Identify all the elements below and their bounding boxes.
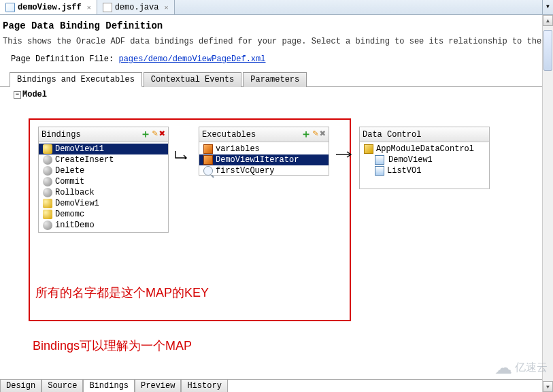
list-item-label: firstVcQuery — [216, 166, 274, 176]
list-item-label: ListVO1 — [387, 166, 421, 176]
file-tab-label: demo.java — [115, 3, 159, 12]
datacontrol-icon — [364, 144, 373, 154]
datacontrol-panel: Data Control AppModuleDataControl DemoVi… — [359, 127, 490, 189]
file-tab-demoview[interactable]: demoView.jsff ✕ — [0, 0, 97, 14]
variables-icon — [203, 144, 213, 154]
pagedef-link[interactable]: pages/demo/demoViewPageDef.xml — [118, 54, 265, 64]
tab-parameters[interactable]: Parameters — [243, 72, 307, 87]
list-item[interactable]: variables — [199, 144, 329, 154]
watermark: ☁ 亿速云 — [495, 357, 548, 378]
list-item-label: Commit — [55, 177, 84, 186]
list-item[interactable]: Commit — [39, 176, 168, 187]
executables-header: Executables ＋ ✎ ✖ — [199, 127, 329, 142]
page-description: This shows the Oracle ADF data bindings … — [0, 34, 553, 49]
close-icon[interactable]: ✕ — [164, 3, 168, 12]
bindings-list: DemoView11 CreateInsert Delete Commit Ro… — [39, 142, 168, 232]
delete-icon[interactable]: ✖ — [320, 127, 326, 142]
executables-list: variables DemoView1Iterator firstVcQuery — [199, 142, 329, 178]
tab-history[interactable]: History — [181, 379, 227, 392]
list-item[interactable]: AppModuleDataControl — [360, 144, 489, 154]
edit-icon[interactable]: ✎ — [313, 127, 318, 142]
bottom-tabs: Design Source Bindings Preview History — [0, 379, 553, 392]
list-item[interactable]: DemoView1Iterator — [199, 154, 329, 165]
list-item-label: Rollback — [55, 188, 95, 197]
list-item[interactable]: DemoView1 — [39, 198, 168, 209]
tab-contextual-events[interactable]: Contextual Events — [144, 72, 241, 87]
tab-source[interactable]: Source — [41, 379, 83, 392]
scroll-up-icon[interactable]: ▲ — [543, 15, 553, 26]
action-binding-icon — [43, 155, 52, 165]
list-item[interactable]: Demomc — [39, 209, 168, 220]
action-binding-icon — [43, 166, 52, 176]
file-tab-label: demoView.jsff — [18, 3, 82, 12]
list-item[interactable]: DemoView1 — [360, 154, 489, 165]
list-item-label: DemoView1Iterator — [216, 155, 299, 165]
iterator-icon — [203, 155, 213, 165]
list-item-label: variables — [216, 144, 260, 154]
datacontrol-title: Data Control — [363, 130, 421, 140]
list-item-label: DemoView1 — [55, 199, 99, 208]
view-object-icon — [375, 166, 384, 176]
list-item[interactable]: ListVO1 — [360, 165, 489, 176]
file-tab-bar: demoView.jsff ✕ demo.java ✕ ▾ — [0, 0, 553, 15]
arrow-icon — [335, 150, 354, 159]
java-icon — [103, 3, 112, 12]
annotation-text-1: 所有的名字都是这个MAP的KEY — [35, 284, 209, 301]
tree-binding-icon — [43, 199, 52, 208]
close-icon[interactable]: ✕ — [87, 3, 91, 12]
scroll-down-icon[interactable]: ▼ — [543, 381, 553, 392]
tab-bindings-executables[interactable]: Bindings and Executables — [10, 72, 142, 87]
scroll-thumb[interactable] — [543, 30, 552, 71]
list-item-label: AppModuleDataControl — [376, 144, 474, 154]
tab-preview[interactable]: Preview — [135, 379, 181, 392]
datacontrol-list: AppModuleDataControl DemoView1 ListVO1 — [360, 142, 489, 178]
tab-design[interactable]: Design — [0, 379, 41, 392]
tree-binding-icon — [43, 144, 52, 154]
view-object-icon — [375, 155, 384, 165]
list-item-label: Delete — [55, 166, 84, 176]
vertical-scrollbar[interactable]: ▲ ▼ — [542, 15, 553, 392]
model-tree-root[interactable]: − Model — [0, 87, 553, 99]
datacontrol-header: Data Control — [360, 127, 489, 142]
bindings-title: Bindings — [41, 130, 81, 140]
pagedef-line: Page Definition File: pages/demo/demoVie… — [0, 49, 553, 67]
pagedef-label: Page Definition File: — [11, 54, 118, 64]
bindings-panel: Bindings ＋ ✎ ✖ DemoView11 CreateInsert D… — [38, 127, 169, 233]
list-item-label: initDemo — [55, 220, 95, 230]
action-binding-icon — [43, 177, 52, 186]
list-item[interactable]: Rollback — [39, 187, 168, 198]
executables-title: Executables — [202, 130, 256, 140]
panels-area: Bindings ＋ ✎ ✖ DemoView11 CreateInsert D… — [38, 127, 490, 233]
list-item[interactable]: initDemo — [39, 220, 168, 231]
bindings-header: Bindings ＋ ✎ ✖ — [39, 127, 168, 142]
executables-panel: Executables ＋ ✎ ✖ variables DemoView1Ite… — [199, 127, 329, 176]
list-item[interactable]: CreateInsert — [39, 154, 168, 165]
action-binding-icon — [43, 220, 52, 230]
cloud-icon: ☁ — [495, 357, 512, 378]
watermark-text: 亿速云 — [515, 361, 548, 375]
edit-icon[interactable]: ✎ — [152, 127, 158, 142]
arrow-icon — [174, 150, 193, 159]
action-binding-icon — [43, 188, 52, 197]
delete-icon[interactable]: ✖ — [159, 127, 165, 142]
search-icon — [203, 166, 213, 176]
tree-binding-icon — [43, 210, 52, 219]
list-item-label: DemoView11 — [55, 144, 104, 154]
add-icon[interactable]: ＋ — [140, 127, 151, 142]
list-item[interactable]: firstVcQuery — [199, 165, 329, 176]
list-item-label: Demomc — [55, 210, 84, 219]
list-item[interactable]: Delete — [39, 165, 168, 176]
annotation-text-2: Bindings可以理解为一个MAP — [33, 338, 192, 354]
tab-bindings[interactable]: Bindings — [83, 379, 135, 392]
list-item-label: CreateInsert — [55, 155, 114, 165]
model-label: Model — [22, 90, 47, 99]
add-icon[interactable]: ＋ — [301, 127, 312, 142]
list-item-label: DemoView1 — [387, 155, 434, 165]
file-icon — [5, 3, 15, 12]
file-tab-demojava[interactable]: demo.java ✕ — [97, 0, 175, 14]
tabs-menu-icon[interactable]: ▾ — [542, 0, 553, 14]
collapse-icon[interactable]: − — [14, 91, 21, 99]
main-tabs: Bindings and Executables Contextual Even… — [10, 72, 553, 87]
list-item[interactable]: DemoView11 — [39, 144, 168, 154]
page-title: Page Data Binding Definition — [0, 15, 553, 34]
